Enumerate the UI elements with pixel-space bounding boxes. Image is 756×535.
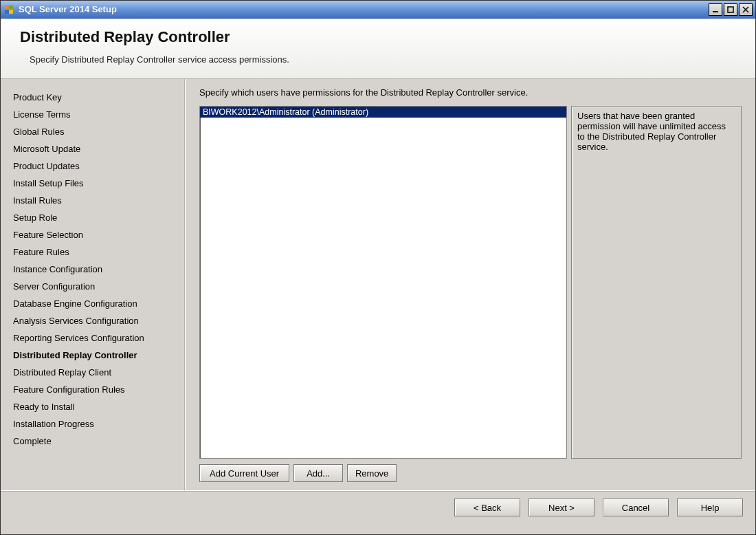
sidebar-item-current[interactable]: Distributed Replay Controller (13, 347, 182, 364)
sidebar-item[interactable]: Setup Role (13, 209, 182, 226)
wizard-footer: < Back Next > Cancel Help (1, 492, 755, 523)
permissions-row: BIWORK2012\Administrator (Administrator)… (199, 106, 742, 459)
page-header: Distributed Replay Controller Specify Di… (1, 19, 755, 79)
page-title: Distributed Replay Controller (20, 28, 736, 46)
maximize-button[interactable] (724, 3, 737, 16)
window-titlebar: SQL Server 2014 Setup (1, 1, 755, 19)
info-panel: Users that have been granted permission … (571, 106, 742, 459)
sidebar-item[interactable]: Server Configuration (13, 278, 182, 295)
sidebar-item[interactable]: Feature Rules (13, 243, 182, 261)
sidebar-item[interactable]: Feature Selection (13, 226, 182, 243)
sidebar-item[interactable]: Installation Progress (13, 415, 182, 433)
user-listbox[interactable]: BIWORK2012\Administrator (Administrator) (199, 106, 567, 459)
sidebar-item[interactable]: Install Rules (13, 192, 182, 209)
svg-rect-5 (728, 7, 733, 12)
svg-rect-2 (5, 10, 9, 14)
svg-rect-4 (713, 11, 718, 12)
svg-rect-3 (9, 10, 13, 14)
add-current-user-button[interactable]: Add Current User (199, 464, 289, 482)
sidebar-item[interactable]: Install Setup Files (13, 175, 182, 192)
sidebar-item[interactable]: Microsoft Update (13, 140, 182, 157)
wizard-sidebar: Product Key License Terms Global Rules M… (1, 79, 186, 490)
sidebar-item[interactable]: Instance Configuration (13, 261, 182, 278)
add-button[interactable]: Add... (293, 464, 343, 482)
back-button[interactable]: < Back (454, 499, 520, 516)
svg-rect-0 (5, 6, 9, 10)
window-title: SQL Server 2014 Setup (19, 4, 709, 14)
cancel-button[interactable]: Cancel (603, 499, 669, 516)
main-caption: Specify which users have permissions for… (199, 87, 742, 98)
sidebar-item[interactable]: Distributed Replay Client (13, 364, 182, 381)
sidebar-item[interactable]: Analysis Services Configuration (13, 312, 182, 329)
close-button[interactable] (739, 3, 753, 16)
page-subtitle: Specify Distributed Replay Controller se… (30, 54, 736, 65)
remove-button[interactable]: Remove (347, 464, 397, 482)
sidebar-item[interactable]: Global Rules (13, 123, 182, 140)
sidebar-item[interactable]: Product Updates (13, 157, 182, 175)
permission-actions: Add Current User Add... Remove (199, 464, 742, 482)
minimize-button[interactable] (709, 3, 722, 16)
sidebar-item[interactable]: Database Engine Configuration (13, 295, 182, 312)
app-icon (3, 4, 14, 15)
list-item[interactable]: BIWORK2012\Administrator (Administrator) (200, 107, 566, 118)
next-button[interactable]: Next > (529, 499, 594, 516)
sidebar-item[interactable]: Ready to Install (13, 398, 182, 415)
main-pane: Specify which users have permissions for… (186, 79, 755, 490)
sidebar-item[interactable]: Complete (13, 433, 182, 450)
window-controls (709, 3, 753, 16)
body-region: Product Key License Terms Global Rules M… (1, 79, 755, 490)
sidebar-item[interactable]: Feature Configuration Rules (13, 381, 182, 398)
help-button[interactable]: Help (677, 499, 743, 516)
svg-rect-1 (9, 6, 13, 10)
sidebar-item[interactable]: License Terms (13, 106, 182, 123)
sidebar-item[interactable]: Reporting Services Configuration (13, 329, 182, 347)
sidebar-item[interactable]: Product Key (13, 89, 182, 106)
